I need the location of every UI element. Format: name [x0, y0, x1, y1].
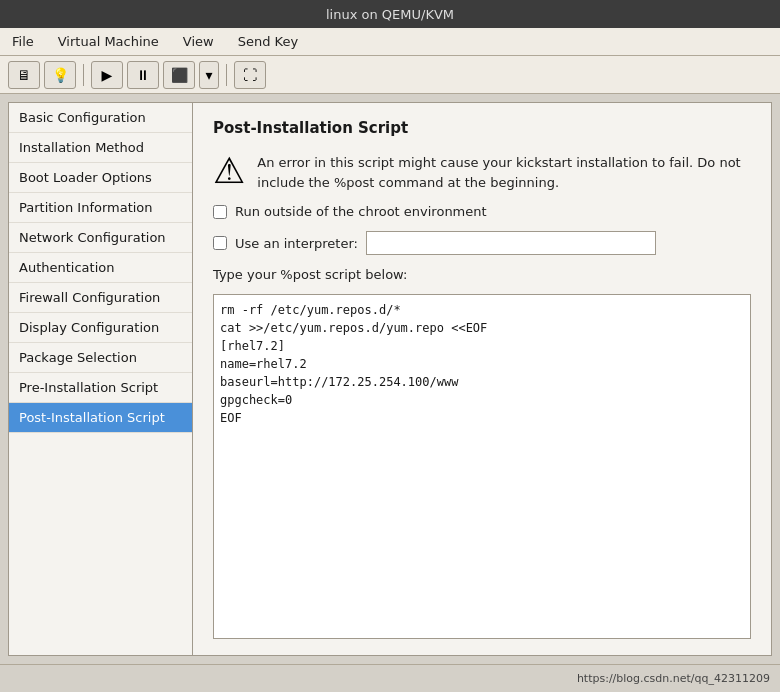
- sidebar-item-firewall-configuration[interactable]: Firewall Configuration: [9, 283, 192, 313]
- sidebar-item-post-installation-script[interactable]: Post-Installation Script: [9, 403, 192, 433]
- chroot-label: Run outside of the chroot environment: [235, 204, 487, 219]
- sidebar-item-installation-method[interactable]: Installation Method: [9, 133, 192, 163]
- panel-title: Post-Installation Script: [213, 119, 751, 137]
- content-panel: Post-Installation Script ⚠️ An error in …: [193, 102, 772, 656]
- sidebar-item-package-selection[interactable]: Package Selection: [9, 343, 192, 373]
- title-bar: linux on QEMU/KVM: [0, 0, 780, 28]
- window-title: linux on QEMU/KVM: [326, 7, 454, 22]
- toolbar-separator-2: [226, 64, 227, 86]
- warning-text: An error in this script might cause your…: [257, 153, 751, 192]
- chroot-checkbox[interactable]: [213, 205, 227, 219]
- sidebar-item-authentication[interactable]: Authentication: [9, 253, 192, 283]
- play-button[interactable]: ▶: [91, 61, 123, 89]
- menu-virtual-machine[interactable]: Virtual Machine: [54, 32, 163, 51]
- dropdown-button[interactable]: ▾: [199, 61, 219, 89]
- sidebar-item-partition-information[interactable]: Partition Information: [9, 193, 192, 223]
- status-url: https://blog.csdn.net/qq_42311209: [577, 672, 770, 685]
- sidebar-item-pre-installation-script[interactable]: Pre-Installation Script: [9, 373, 192, 403]
- sidebar-item-basic-configuration[interactable]: Basic Configuration: [9, 103, 192, 133]
- sidebar: Basic Configuration Installation Method …: [8, 102, 193, 656]
- interpreter-checkbox-row: Use an interpreter:: [213, 231, 751, 255]
- status-bar: https://blog.csdn.net/qq_42311209: [0, 664, 780, 692]
- sidebar-item-display-configuration[interactable]: Display Configuration: [9, 313, 192, 343]
- menu-bar: File Virtual Machine View Send Key: [0, 28, 780, 56]
- script-textarea[interactable]: rm -rf /etc/yum.repos.d/* cat >>/etc/yum…: [213, 294, 751, 639]
- interpreter-checkbox[interactable]: [213, 236, 227, 250]
- pause-button[interactable]: ⏸: [127, 61, 159, 89]
- bulb-button[interactable]: 💡: [44, 61, 76, 89]
- script-label: Type your %post script below:: [213, 267, 751, 282]
- menu-send-key[interactable]: Send Key: [234, 32, 302, 51]
- sidebar-item-boot-loader-options[interactable]: Boot Loader Options: [9, 163, 192, 193]
- screen-button[interactable]: ⬛: [163, 61, 195, 89]
- main-area: Basic Configuration Installation Method …: [0, 94, 780, 664]
- toolbar-separator-1: [83, 64, 84, 86]
- interpreter-label: Use an interpreter:: [235, 236, 358, 251]
- interpreter-input[interactable]: [366, 231, 656, 255]
- menu-file[interactable]: File: [8, 32, 38, 51]
- warning-box: ⚠️ An error in this script might cause y…: [213, 153, 751, 192]
- toolbar: 🖥 💡 ▶ ⏸ ⬛ ▾ ⛶: [0, 56, 780, 94]
- chroot-checkbox-row: Run outside of the chroot environment: [213, 204, 751, 219]
- menu-view[interactable]: View: [179, 32, 218, 51]
- warning-icon: ⚠️: [213, 153, 245, 189]
- sidebar-item-network-configuration[interactable]: Network Configuration: [9, 223, 192, 253]
- fullscreen-button[interactable]: ⛶: [234, 61, 266, 89]
- display-button[interactable]: 🖥: [8, 61, 40, 89]
